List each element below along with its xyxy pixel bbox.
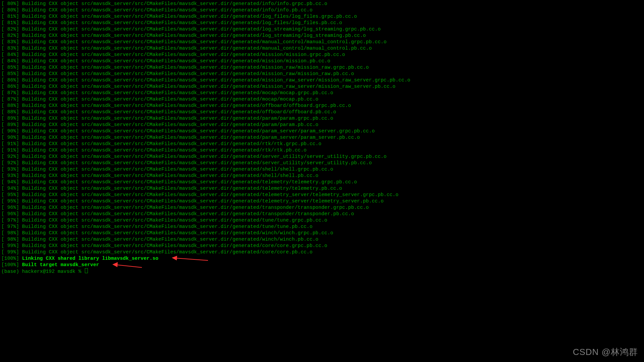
progress-percent: [ 90%]: [1, 128, 22, 134]
build-line: [ 82%] Building CXX object src/mavsdk_se…: [1, 26, 643, 33]
build-message: Building CXX object src/mavsdk_server/sr…: [22, 243, 327, 248]
build-line: [ 94%] Building CXX object src/mavsdk_se…: [1, 179, 643, 185]
build-message: Building CXX object src/mavsdk_server/sr…: [22, 128, 375, 134]
progress-percent: [ 86%]: [1, 77, 22, 83]
progress-percent: [ 89%]: [1, 122, 22, 127]
progress-percent: [ 96%]: [1, 205, 22, 210]
build-line: [ 82%] Building CXX object src/mavsdk_se…: [1, 33, 643, 39]
build-message: Building CXX object src/mavsdk_server/sr…: [22, 14, 357, 19]
progress-percent: [ 96%]: [1, 211, 22, 217]
progress-percent: [ 89%]: [1, 116, 22, 121]
progress-percent: [100%]: [1, 256, 22, 261]
build-message: Building CXX object src/mavsdk_server/sr…: [22, 97, 319, 102]
progress-percent: [ 99%]: [1, 243, 22, 248]
terminal-output[interactable]: [ 80%] Building CXX object src/mavsdk_se…: [0, 0, 644, 276]
build-message: Building CXX object src/mavsdk_server/sr…: [22, 109, 336, 115]
progress-percent: [ 98%]: [1, 237, 22, 242]
build-status-line: [100%] Built target mavsdk_server: [1, 262, 643, 268]
progress-percent: [ 81%]: [1, 20, 22, 25]
progress-percent: [ 90%]: [1, 135, 22, 140]
progress-percent: [ 87%]: [1, 90, 22, 96]
build-line: [ 83%] Building CXX object src/mavsdk_se…: [1, 39, 643, 45]
build-message: Building CXX object src/mavsdk_server/sr…: [22, 116, 333, 121]
progress-percent: [ 88%]: [1, 103, 22, 108]
build-message: Building CXX object src/mavsdk_server/sr…: [22, 173, 319, 178]
build-message: Building CXX object src/mavsdk_server/sr…: [22, 249, 313, 255]
build-message: Building CXX object src/mavsdk_server/sr…: [22, 147, 307, 153]
build-message: Building CXX object src/mavsdk_server/sr…: [22, 154, 387, 159]
progress-percent: [ 93%]: [1, 167, 22, 172]
build-line: [ 84%] Building CXX object src/mavsdk_se…: [1, 52, 643, 58]
build-message: Building CXX object src/mavsdk_server/sr…: [22, 224, 313, 229]
build-line: [ 93%] Building CXX object src/mavsdk_se…: [1, 166, 643, 173]
progress-percent: [ 98%]: [1, 230, 22, 236]
build-message: Building CXX object src/mavsdk_server/sr…: [22, 230, 333, 236]
progress-percent: [ 83%]: [1, 46, 22, 51]
build-message: Building CXX object src/mavsdk_server/sr…: [22, 198, 384, 204]
progress-percent: [ 92%]: [1, 154, 22, 159]
progress-percent: [ 93%]: [1, 173, 22, 178]
build-line: [ 89%] Building CXX object src/mavsdk_se…: [1, 115, 643, 122]
build-status-line: [100%] Linking CXX shared library libmav…: [1, 255, 643, 262]
build-message: Building CXX object src/mavsdk_server/sr…: [22, 46, 372, 51]
build-line: [ 92%] Building CXX object src/mavsdk_se…: [1, 160, 643, 166]
build-message: Building CXX object src/mavsdk_server/sr…: [22, 192, 398, 197]
build-message: Building CXX object src/mavsdk_server/sr…: [22, 205, 369, 210]
progress-percent: [ 84%]: [1, 52, 22, 57]
build-line: [ 91%] Building CXX object src/mavsdk_se…: [1, 147, 643, 154]
shell-prompt[interactable]: (base) hackerx@192 mavsdk %: [1, 268, 643, 275]
watermark-text: CSDN @林鸿群: [573, 349, 638, 355]
build-message: Building CXX object src/mavsdk_server/sr…: [22, 26, 381, 32]
build-line: [ 93%] Building CXX object src/mavsdk_se…: [1, 173, 643, 179]
build-message: Building CXX object src/mavsdk_server/sr…: [22, 58, 330, 64]
progress-percent: [ 97%]: [1, 218, 22, 223]
build-message: Building CXX object src/mavsdk_server/sr…: [22, 141, 321, 146]
build-line: [ 92%] Building CXX object src/mavsdk_se…: [1, 154, 643, 160]
build-message: Building CXX object src/mavsdk_server/sr…: [22, 84, 395, 89]
build-line: [ 94%] Building CXX object src/mavsdk_se…: [1, 185, 643, 192]
build-message: Building CXX object src/mavsdk_server/sr…: [22, 135, 360, 140]
build-message: Building CXX object src/mavsdk_server/sr…: [22, 160, 372, 166]
progress-percent: [ 80%]: [1, 7, 22, 13]
build-line: [ 80%] Building CXX object src/mavsdk_se…: [1, 1, 643, 7]
build-line: [ 95%] Building CXX object src/mavsdk_se…: [1, 192, 643, 198]
build-message: Building CXX object src/mavsdk_server/sr…: [22, 52, 345, 57]
progress-percent: [ 95%]: [1, 198, 22, 204]
build-line: [ 88%] Building CXX object src/mavsdk_se…: [1, 103, 643, 109]
build-line: [ 88%] Building CXX object src/mavsdk_se…: [1, 109, 643, 115]
progress-percent: [ 82%]: [1, 26, 22, 32]
build-line: [ 99%] Building CXX object src/mavsdk_se…: [1, 249, 643, 255]
build-line: [ 90%] Building CXX object src/mavsdk_se…: [1, 134, 643, 141]
build-line: [ 98%] Building CXX object src/mavsdk_se…: [1, 230, 643, 236]
build-line: [ 96%] Building CXX object src/mavsdk_se…: [1, 204, 643, 211]
build-line: [ 97%] Building CXX object src/mavsdk_se…: [1, 224, 643, 230]
progress-percent: [ 94%]: [1, 179, 22, 185]
progress-percent: [100%]: [1, 262, 22, 267]
build-message: Building CXX object src/mavsdk_server/sr…: [22, 122, 319, 127]
progress-percent: [ 82%]: [1, 33, 22, 38]
build-message: Building CXX object src/mavsdk_server/sr…: [22, 7, 313, 13]
progress-percent: [ 86%]: [1, 84, 22, 89]
build-message: Building CXX object src/mavsdk_server/sr…: [22, 237, 319, 242]
progress-percent: [ 83%]: [1, 39, 22, 45]
build-line: [ 97%] Building CXX object src/mavsdk_se…: [1, 217, 643, 224]
build-line: [ 95%] Building CXX object src/mavsdk_se…: [1, 198, 643, 204]
build-line: [ 96%] Building CXX object src/mavsdk_se…: [1, 211, 643, 217]
cursor: [85, 268, 88, 273]
build-line: [ 81%] Building CXX object src/mavsdk_se…: [1, 20, 643, 26]
build-message: Building CXX object src/mavsdk_server/sr…: [22, 186, 342, 191]
progress-percent: [ 91%]: [1, 147, 22, 153]
build-message: Building CXX object src/mavsdk_server/sr…: [22, 39, 387, 45]
build-line: [ 90%] Building CXX object src/mavsdk_se…: [1, 128, 643, 134]
build-line: [ 99%] Building CXX object src/mavsdk_se…: [1, 243, 643, 249]
build-line: [ 81%] Building CXX object src/mavsdk_se…: [1, 13, 643, 20]
progress-percent: [ 99%]: [1, 249, 22, 255]
build-message: Building CXX object src/mavsdk_server/sr…: [22, 90, 333, 96]
build-message: Building CXX object src/mavsdk_server/sr…: [22, 211, 354, 217]
build-message: Building CXX object src/mavsdk_server/sr…: [22, 1, 327, 6]
build-line: [ 87%] Building CXX object src/mavsdk_se…: [1, 96, 643, 103]
build-message: Building CXX object src/mavsdk_server/sr…: [22, 33, 366, 38]
progress-percent: [ 85%]: [1, 71, 22, 76]
build-line: [ 98%] Building CXX object src/mavsdk_se…: [1, 236, 643, 243]
progress-percent: [ 81%]: [1, 14, 22, 19]
